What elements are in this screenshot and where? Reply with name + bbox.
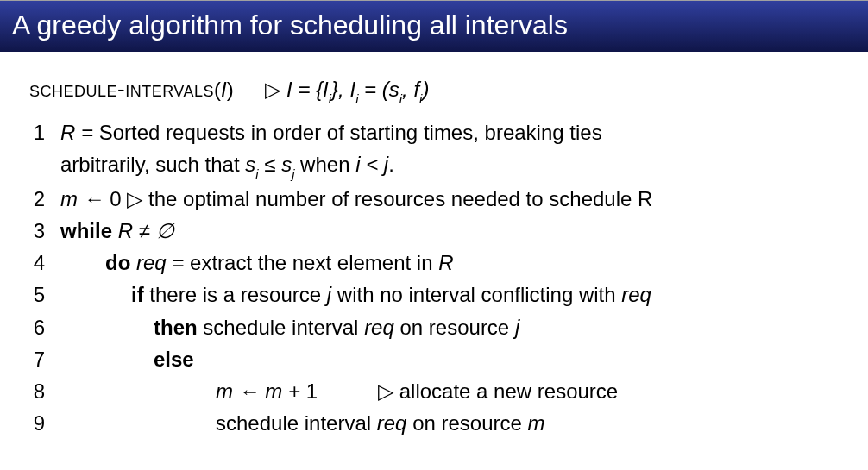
- slide-content: schedule-intervals(I) ▷ I = {Ii}, Ii = (…: [0, 52, 868, 448]
- l8-c: ▷: [378, 379, 399, 403]
- sc-sub-i4: i: [419, 92, 422, 106]
- sc-sub-i3: i: [399, 92, 402, 106]
- l1-g: when: [294, 153, 355, 176]
- l5-b: there is a resource: [144, 283, 327, 306]
- l5-a: if: [131, 283, 144, 306]
- algo-line-3: 3 while R ≠ ∅: [29, 215, 839, 247]
- line-code: R = Sorted requests in order of starting…: [60, 116, 839, 183]
- algo-line-5: 5 if there is a resource j with no inter…: [29, 279, 839, 310]
- l9-c: on resource: [406, 411, 527, 435]
- l1-f: s: [281, 153, 292, 176]
- algorithm-body: 1 R = Sorted requests in order of starti…: [29, 116, 839, 440]
- algo-line-1: 1 R = Sorted requests in order of starti…: [29, 116, 839, 183]
- sc-b: }, I: [331, 78, 355, 101]
- l2-d: the optimal number of resources needed t…: [148, 187, 652, 210]
- l1-b: Sorted requests in order of starting tim…: [93, 121, 602, 144]
- l6-d: on resource: [394, 316, 515, 339]
- line-number: 1: [29, 116, 60, 183]
- l3-b: R ≠ ∅: [112, 219, 174, 242]
- l4-b: req =: [130, 251, 184, 274]
- proc-name: schedule-intervals: [29, 76, 214, 102]
- sc-sub-i2: i: [355, 92, 358, 106]
- algo-line-7: 7 else: [29, 343, 839, 375]
- algo-line-8: 8 m ← m + 1▷ allocate a new resource: [29, 375, 839, 407]
- line-code: do req = extract the next element in R: [60, 247, 839, 279]
- l8-b: 1: [306, 379, 318, 403]
- l4-a: do: [105, 251, 130, 274]
- sc-a: I = {I: [280, 78, 328, 101]
- l1-d: s: [245, 153, 255, 176]
- l9-a: schedule interval: [216, 411, 377, 435]
- l1-subj: j: [292, 167, 294, 181]
- l5-d: with no interval conflicting with: [331, 283, 621, 306]
- algo-line-9: 9 schedule interval req on resource m: [29, 407, 839, 439]
- l6-c: req: [364, 316, 394, 339]
- l6-b: schedule interval: [198, 316, 364, 339]
- line-code: while R ≠ ∅: [60, 215, 839, 247]
- slide-title: A greedy algorithm for scheduling all in…: [0, 0, 868, 52]
- l3-a: while: [60, 219, 112, 242]
- line-number: 8: [29, 375, 60, 407]
- line-code: if there is a resource j with no interva…: [60, 279, 839, 310]
- l7-a: else: [154, 348, 194, 371]
- algo-line-4: 4 do req = extract the next element in R: [29, 247, 839, 279]
- l2-c: ▷: [122, 187, 148, 210]
- algorithm-signature: schedule-intervals(I) ▷ I = {Ii}, Ii = (…: [29, 76, 839, 104]
- sc-e: ): [422, 78, 429, 101]
- line-code: m ← m + 1▷ allocate a new resource: [60, 375, 839, 407]
- l8-a: m ← m +: [216, 379, 306, 403]
- signature-comment: ▷ I = {Ii}, Ii = (si, fi): [265, 78, 429, 104]
- l1-a: R =: [60, 121, 93, 144]
- sc-d: , f: [402, 78, 419, 101]
- proc-arg: I: [221, 78, 227, 101]
- line-number: 4: [29, 247, 60, 279]
- l1-i: .: [388, 153, 394, 176]
- l9-d: m: [528, 411, 545, 435]
- sc-c: = (s: [358, 78, 399, 101]
- line-number: 5: [29, 279, 60, 310]
- l1-c: arbitrarily, such that: [60, 153, 245, 176]
- l2-a: m ←: [60, 187, 110, 210]
- algo-line-2: 2 m ← 0 ▷ the optimal number of resource…: [29, 183, 839, 215]
- l6-e: j: [515, 316, 519, 339]
- l1-subi: i: [255, 167, 258, 181]
- l9-b: req: [377, 411, 407, 435]
- l4-c: extract the next element in: [184, 251, 438, 274]
- paren-close: ): [227, 78, 234, 101]
- line-number: 3: [29, 215, 60, 247]
- sc-sub-i1: i: [329, 92, 331, 106]
- l1-e: ≤: [259, 153, 282, 176]
- line-code: schedule interval req on resource m: [60, 407, 839, 439]
- l1-h: i < j: [355, 153, 388, 176]
- l5-e: req: [621, 283, 651, 306]
- line-code: m ← 0 ▷ the optimal number of resources …: [60, 183, 839, 215]
- l4-d: R: [438, 251, 453, 274]
- algo-line-6: 6 then schedule interval req on resource…: [29, 311, 839, 343]
- paren-open: (: [214, 78, 221, 101]
- l6-a: then: [154, 316, 198, 339]
- line-code: else: [60, 343, 839, 375]
- l8-d: allocate a new resource: [399, 379, 618, 403]
- l2-b: 0: [110, 187, 121, 210]
- triangle-icon: ▷: [265, 78, 280, 101]
- line-number: 9: [29, 407, 60, 439]
- line-number: 6: [29, 311, 60, 343]
- line-number: 7: [29, 343, 60, 375]
- line-number: 2: [29, 183, 60, 215]
- line-code: then schedule interval req on resource j: [60, 311, 839, 343]
